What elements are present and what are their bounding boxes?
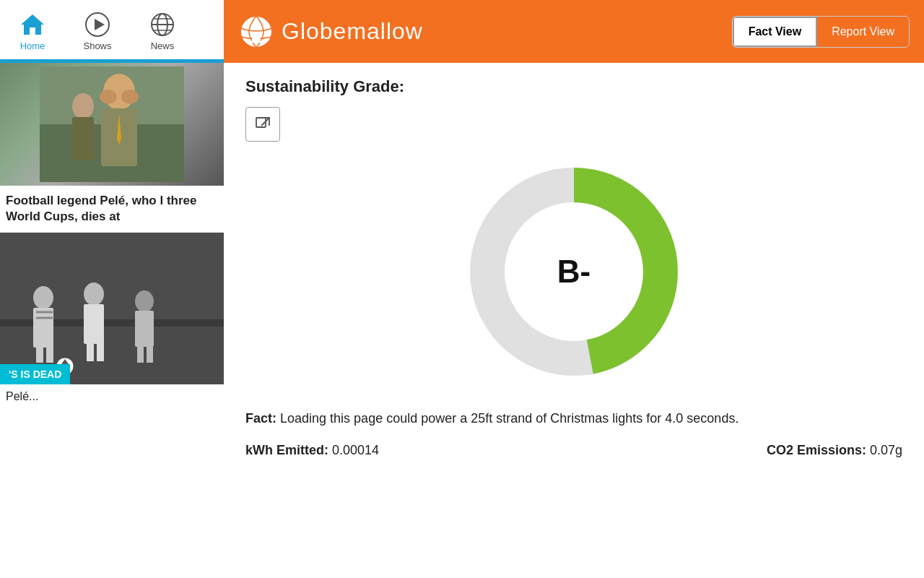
sidebar: Football legend Pelé, who l three World … xyxy=(0,63,224,578)
svg-marker-0 xyxy=(21,14,44,35)
fact-section: Fact: Loading this page could power a 25… xyxy=(245,409,902,458)
svg-point-24 xyxy=(33,286,53,309)
svg-rect-25 xyxy=(33,308,53,348)
svg-rect-32 xyxy=(87,341,94,361)
breaking-badge: 'S IS DEAD xyxy=(0,364,70,384)
co2-stat: CO2 Emissions: 0.07g xyxy=(767,443,902,458)
news-image-top-inner xyxy=(0,63,224,186)
svg-point-30 xyxy=(84,282,104,306)
news-text-1: Football legend Pelé, who l three World … xyxy=(0,186,224,233)
fact-row: Fact: Loading this page could power a 25… xyxy=(245,409,902,428)
nav-shows[interactable]: Shows xyxy=(65,0,130,63)
brand-name: Globemallow xyxy=(282,18,423,45)
grade-label: B- xyxy=(557,254,590,290)
svg-point-18 xyxy=(121,90,139,104)
report-view-button[interactable]: Report View xyxy=(817,17,909,47)
shows-icon xyxy=(84,12,110,38)
nav-home-label: Home xyxy=(20,40,45,51)
fact-text: Loading this page could power a 25ft str… xyxy=(280,411,738,426)
svg-rect-26 xyxy=(36,345,43,363)
svg-point-11 xyxy=(253,23,260,30)
nav-shows-label: Shows xyxy=(83,40,111,51)
external-link-button[interactable] xyxy=(245,107,280,142)
fact-label: Fact: xyxy=(245,411,276,426)
news-text-2: Pelé... xyxy=(0,384,224,409)
svg-rect-33 xyxy=(97,341,104,361)
svg-rect-20 xyxy=(72,117,94,160)
svg-rect-36 xyxy=(137,344,144,363)
brand: Globemallow xyxy=(224,14,732,50)
header: Home Shows News xyxy=(0,0,924,63)
kwh-label: kWh Emitted: xyxy=(245,443,328,457)
news-image-bottom-inner xyxy=(0,233,224,384)
nav-home[interactable]: Home xyxy=(0,0,65,63)
svg-rect-31 xyxy=(84,304,104,344)
news-photo-top xyxy=(40,66,184,182)
co2-value: 0.07g xyxy=(870,443,902,457)
home-icon xyxy=(19,12,45,38)
main-content: Sustainability Grade: B- xyxy=(224,63,924,578)
news-globe-icon xyxy=(149,12,175,38)
kwh-stat: kWh Emitted: 0.00014 xyxy=(245,443,379,458)
donut-chart-container: B- xyxy=(458,156,689,387)
svg-point-19 xyxy=(72,93,94,119)
svg-marker-2 xyxy=(95,19,105,30)
news-image-top xyxy=(0,63,224,186)
nav-news-label: News xyxy=(151,40,175,51)
svg-point-34 xyxy=(135,290,154,312)
svg-rect-27 xyxy=(46,345,53,363)
main-layout: Football legend Pelé, who l three World … xyxy=(0,63,924,578)
svg-rect-37 xyxy=(147,344,153,363)
svg-rect-22 xyxy=(0,233,224,319)
external-link-icon xyxy=(254,116,271,133)
svg-point-17 xyxy=(100,90,117,104)
news-image-bottom: 'S IS DEAD xyxy=(0,233,224,384)
view-toggle: Fact View Report View xyxy=(732,16,910,48)
news-photo-bottom xyxy=(0,233,224,384)
sustainability-title: Sustainability Grade: xyxy=(245,77,902,96)
co2-label: CO2 Emissions: xyxy=(767,443,866,457)
svg-rect-35 xyxy=(135,311,154,347)
stats-row: kWh Emitted: 0.00014 CO2 Emissions: 0.07… xyxy=(245,443,902,458)
brand-logo-icon xyxy=(238,14,274,50)
kwh-value: 0.00014 xyxy=(332,443,379,457)
fact-view-button[interactable]: Fact View xyxy=(733,17,818,47)
nav-news[interactable]: News xyxy=(130,0,195,63)
nav-left: Home Shows News xyxy=(0,0,224,63)
